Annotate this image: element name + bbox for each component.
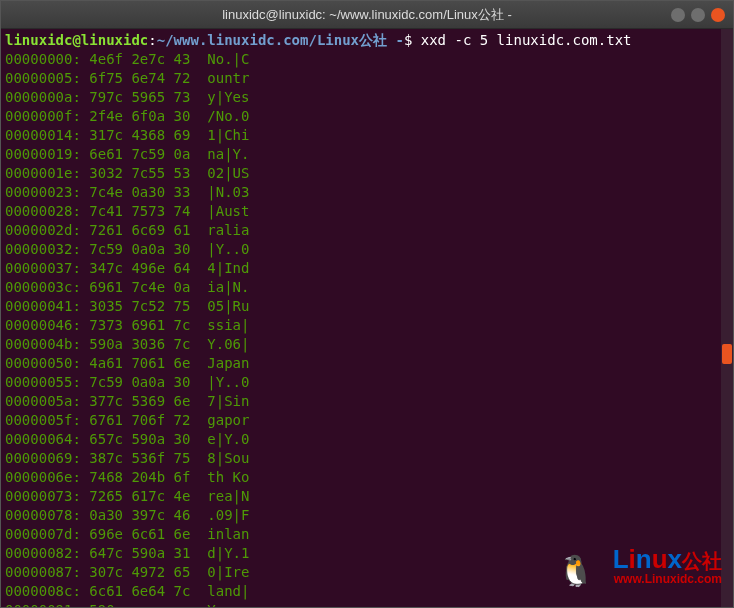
hex-dump-output: 00000000: 4e6f 2e7c 43 No.|C00000005: 6f… [5, 50, 729, 607]
terminal-window: linuxidc@linuxidc: ~/www.linuxidc.com/Li… [0, 0, 734, 608]
scroll-thumb[interactable] [722, 344, 732, 364]
hex-line: 00000087: 307c 4972 65 0|Ire [5, 563, 729, 582]
hex-line: 0000000a: 797c 5965 73 y|Yes [5, 88, 729, 107]
prompt-line-command: linuxidc@linuxidc:~/www.linuxidc.com/Lin… [5, 31, 729, 50]
hex-line: 00000032: 7c59 0a0a 30 |Y..0 [5, 240, 729, 259]
hex-line: 00000023: 7c4e 0a30 33 |N.03 [5, 183, 729, 202]
hex-line: 00000005: 6f75 6e74 72 ountr [5, 69, 729, 88]
window-controls [671, 8, 725, 22]
hex-line: 00000050: 4a61 7061 6e Japan [5, 354, 729, 373]
hex-line: 0000004b: 590a 3036 7c Y.06| [5, 335, 729, 354]
hex-line: 0000005a: 377c 5369 6e 7|Sin [5, 392, 729, 411]
prompt-userhost: linuxidc@linuxidc [5, 32, 148, 48]
hex-line: 00000028: 7c41 7573 74 |Aust [5, 202, 729, 221]
hex-line: 00000073: 7265 617c 4e rea|N [5, 487, 729, 506]
hex-line: 00000078: 0a30 397c 46 .09|F [5, 506, 729, 525]
window-title: linuxidc@linuxidc: ~/www.linuxidc.com/Li… [222, 6, 512, 24]
hex-line: 0000003c: 6961 7c4e 0a ia|N. [5, 278, 729, 297]
titlebar[interactable]: linuxidc@linuxidc: ~/www.linuxidc.com/Li… [1, 1, 733, 29]
hex-line: 00000055: 7c59 0a0a 30 |Y..0 [5, 373, 729, 392]
hex-line: 0000008c: 6c61 6e64 7c land| [5, 582, 729, 601]
hex-line: 0000005f: 6761 706f 72 gapor [5, 411, 729, 430]
hex-line: 00000091: 590a Y. [5, 601, 729, 607]
hex-line: 0000000f: 2f4e 6f0a 30 /No.0 [5, 107, 729, 126]
hex-line: 0000002d: 7261 6c69 61 ralia [5, 221, 729, 240]
hex-line: 00000041: 3035 7c52 75 05|Ru [5, 297, 729, 316]
hex-line: 00000064: 657c 590a 30 e|Y.0 [5, 430, 729, 449]
hex-line: 00000046: 7373 6961 7c ssia| [5, 316, 729, 335]
hex-line: 00000014: 317c 4368 69 1|Chi [5, 126, 729, 145]
prompt-path: ~/www.linuxidc.com/Linux公社 - [157, 32, 404, 48]
hex-line: 00000037: 347c 496e 64 4|Ind [5, 259, 729, 278]
maximize-button[interactable] [691, 8, 705, 22]
terminal-body[interactable]: linuxidc@linuxidc:~/www.linuxidc.com/Lin… [1, 29, 733, 607]
scrollbar[interactable] [721, 29, 733, 607]
close-button[interactable] [711, 8, 725, 22]
hex-line: 0000001e: 3032 7c55 53 02|US [5, 164, 729, 183]
minimize-button[interactable] [671, 8, 685, 22]
hex-line: 00000082: 647c 590a 31 d|Y.1 [5, 544, 729, 563]
command-text: xxd -c 5 linuxidc.com.txt [421, 32, 632, 48]
hex-line: 0000007d: 696e 6c61 6e inlan [5, 525, 729, 544]
hex-line: 00000000: 4e6f 2e7c 43 No.|C [5, 50, 729, 69]
hex-line: 00000019: 6e61 7c59 0a na|Y. [5, 145, 729, 164]
hex-line: 00000069: 387c 536f 75 8|Sou [5, 449, 729, 468]
hex-line: 0000006e: 7468 204b 6f th Ko [5, 468, 729, 487]
